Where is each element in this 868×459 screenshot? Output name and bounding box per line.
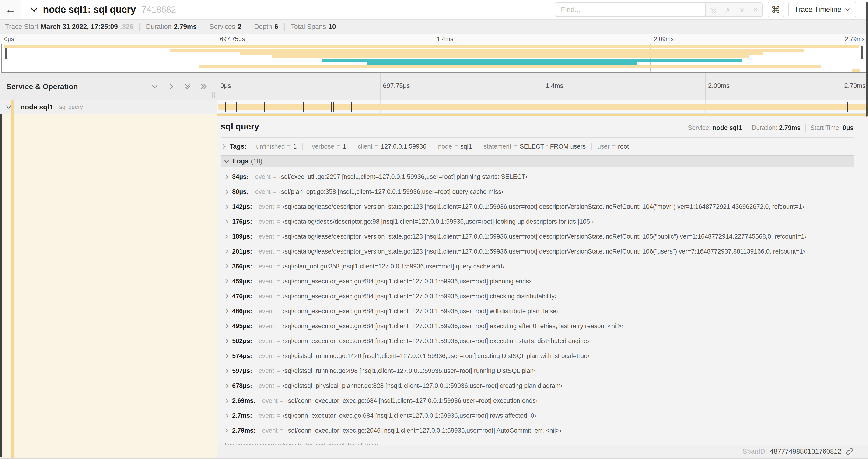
find-input[interactable] xyxy=(555,2,705,17)
detail-service: Service:node sql1 xyxy=(683,124,747,132)
log-event-value: ‹sql/plan_opt.go:358 [nsql1,client=127.0… xyxy=(279,188,503,195)
column-resizer-handle[interactable] xyxy=(212,92,215,98)
log-marker-tick xyxy=(331,102,332,112)
minimap-right-handle[interactable] xyxy=(862,46,863,59)
minimap-span-bar xyxy=(272,55,749,58)
log-row[interactable]: 574μs:event=‹sql/distsql_running.go:1420… xyxy=(224,349,854,363)
log-chevron-right-icon[interactable] xyxy=(224,353,229,359)
log-row[interactable]: 2.7ms:event=‹sql/conn_executor_exec.go:6… xyxy=(224,408,854,423)
spanid-label: SpanID: xyxy=(743,448,767,455)
collapse-one-icon[interactable] xyxy=(151,83,159,91)
log-chevron-right-icon[interactable] xyxy=(224,278,229,284)
log-row[interactable]: 201μs:event=‹sql/catalog/lease/descripto… xyxy=(224,244,854,259)
span-duration-bar[interactable] xyxy=(218,104,868,110)
prev-match-icon[interactable]: ∧ xyxy=(725,6,731,14)
collapse-all-icon[interactable] xyxy=(183,83,191,91)
expand-one-icon[interactable] xyxy=(167,83,175,91)
service-operation-title: Service & Operation xyxy=(6,82,78,91)
log-event-value: ‹sql/distsql_physical_planner.go:828 [ns… xyxy=(282,382,563,390)
vertical-scrollbar[interactable] xyxy=(866,2,868,117)
meta-label: Total Spans xyxy=(291,23,326,30)
span-bar-cell[interactable] xyxy=(217,100,868,113)
detail-summary: Service:node sql1 Duration:2.79ms Start … xyxy=(683,124,854,132)
log-row[interactable]: 486μs:event=‹sql/conn_executor_exec.go:6… xyxy=(224,304,854,319)
log-chevron-right-icon[interactable] xyxy=(224,219,229,224)
timeline-tick-label: 2.79ms xyxy=(844,82,866,90)
meta-label: Depth xyxy=(254,23,272,30)
tag-equals: = xyxy=(375,143,378,150)
log-event-key: event xyxy=(262,427,278,434)
log-timestamp: 2.7ms: xyxy=(232,412,252,419)
minimap-span-bar xyxy=(199,65,822,68)
log-event-key: event xyxy=(259,293,274,300)
log-row[interactable]: 495μs:event=‹sql/conn_executor_exec.go:6… xyxy=(224,319,854,333)
tag-key: _verbose xyxy=(308,143,334,150)
log-event-value: ‹sql/conn_executor_exec.go:684 [nsql1,cl… xyxy=(282,308,558,315)
log-row[interactable]: 189μs:event=‹sql/catalog/lease/descripto… xyxy=(224,229,854,244)
log-row[interactable]: 597μs:event=‹sql/distsql_running.go:498 … xyxy=(224,363,854,378)
spanid-value: 4877749850101760812 xyxy=(770,448,841,455)
chevron-down-icon xyxy=(845,7,850,12)
log-marker-tick xyxy=(845,102,845,112)
next-match-icon[interactable]: ∨ xyxy=(739,6,745,14)
log-row[interactable]: 176μs:event=‹sql/catalog/descs/descripto… xyxy=(224,214,854,229)
log-row[interactable]: 459μs:event=‹sql/conn_executor_exec.go:6… xyxy=(224,274,854,289)
locate-icon[interactable]: ◎ xyxy=(710,6,716,14)
log-chevron-right-icon[interactable] xyxy=(224,413,229,418)
log-row[interactable]: 2.69ms:event=‹sql/conn_executor_exec.go:… xyxy=(224,393,854,408)
log-row[interactable]: 2.79ms:event=‹sql/conn_executor_exec.go:… xyxy=(224,423,854,438)
log-row[interactable]: 476μs:event=‹sql/conn_executor_exec.go:6… xyxy=(224,289,854,304)
log-timestamp: 34μs: xyxy=(232,173,249,181)
log-row[interactable]: 678μs:event=‹sql/distsql_physical_planne… xyxy=(224,378,854,393)
clear-search-icon[interactable]: × xyxy=(753,6,757,13)
timeline-header: 0μs697.75μs1.4ms2.09ms2.79ms xyxy=(217,73,868,100)
log-chevron-right-icon[interactable] xyxy=(224,204,229,209)
minimap-canvas[interactable] xyxy=(1,44,867,73)
tag-key: user xyxy=(597,143,610,150)
minimap-axis-tick: 2.09ms xyxy=(654,35,674,43)
log-event-value: ‹sql/conn_executor_exec.go:684 [nsql1,cl… xyxy=(282,412,536,419)
log-timestamp: 459μs: xyxy=(232,278,252,285)
log-equals: = xyxy=(277,203,280,210)
title-chevron-down-icon[interactable] xyxy=(29,5,39,14)
span-row[interactable]: node sql1 sql query xyxy=(0,100,868,113)
minimap-span-bar xyxy=(4,45,859,48)
minimap-span-bar xyxy=(169,48,804,52)
keyboard-shortcuts-button[interactable]: ⌘ xyxy=(768,2,784,18)
detail-expanded-accent xyxy=(0,113,2,457)
tag-item: client=127.0.0.1:59936 xyxy=(352,143,432,150)
log-timestamp: 495μs: xyxy=(232,323,252,330)
log-chevron-right-icon[interactable] xyxy=(224,264,229,269)
log-chevron-right-icon[interactable] xyxy=(224,398,229,403)
span-name-cell[interactable]: node sql1 sql query xyxy=(0,100,217,113)
log-row[interactable]: 502μs:event=‹sql/conn_executor_exec.go:6… xyxy=(224,333,854,349)
log-chevron-right-icon[interactable] xyxy=(224,293,229,299)
log-row[interactable]: 366μs:event=‹sql/plan_opt.go:358 [nsql1,… xyxy=(224,259,854,274)
log-chevron-right-icon[interactable] xyxy=(224,383,229,389)
logs-accordion-header[interactable]: Logs (18) xyxy=(221,155,854,167)
tags-row[interactable]: Tags: _unfinished=1_verbose=1client=127.… xyxy=(221,143,854,150)
log-chevron-right-icon[interactable] xyxy=(224,234,229,239)
log-chevron-right-icon[interactable] xyxy=(224,368,229,374)
log-chevron-right-icon[interactable] xyxy=(224,189,229,195)
log-timestamp: 476μs: xyxy=(232,293,252,300)
log-chevron-right-icon[interactable] xyxy=(224,174,229,179)
back-button[interactable]: ← xyxy=(0,0,22,19)
view-options-dropdown[interactable]: Trace Timeline xyxy=(788,2,856,18)
log-row[interactable]: 34μs:event=‹sql/exec_util.go:2297 [nsql1… xyxy=(224,169,854,184)
log-chevron-right-icon[interactable] xyxy=(224,308,229,314)
log-chevron-right-icon[interactable] xyxy=(224,249,229,254)
log-event-key: event xyxy=(259,308,274,315)
log-marker-tick xyxy=(357,102,358,112)
log-row[interactable]: 80μs:event=‹sql/plan_opt.go:358 [nsql1,c… xyxy=(224,184,854,199)
log-chevron-right-icon[interactable] xyxy=(224,428,229,433)
log-timestamp: 80μs: xyxy=(232,188,249,195)
trace-id: 7418682 xyxy=(142,5,176,15)
log-equals: = xyxy=(277,323,280,330)
log-chevron-right-icon[interactable] xyxy=(224,323,229,329)
log-chevron-right-icon[interactable] xyxy=(224,338,229,344)
window-bottom-edge xyxy=(0,458,868,459)
expand-all-icon[interactable] xyxy=(200,83,208,91)
spanid-link-icon[interactable] xyxy=(846,447,854,455)
log-row[interactable]: 142μs:event=‹sql/catalog/lease/descripto… xyxy=(224,199,854,214)
